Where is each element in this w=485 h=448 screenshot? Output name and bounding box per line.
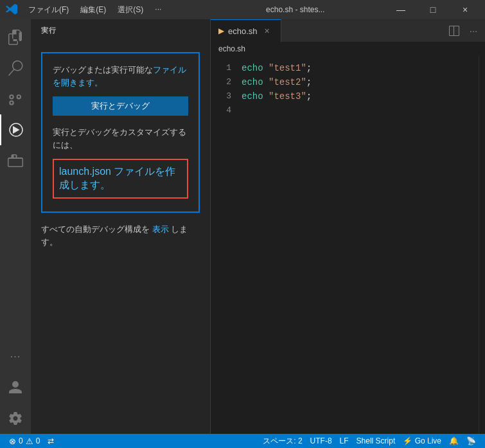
error-count: 0: [19, 436, 23, 445]
code-line-1: echo "test1";: [236, 61, 479, 75]
language-label: Shell Script: [357, 436, 396, 445]
status-encoding[interactable]: UTF-8: [306, 434, 336, 448]
maximize-button[interactable]: □: [418, 0, 448, 19]
auto-debug-desc: すべての自動デバッグ構成を 表示 します。: [41, 223, 200, 248]
launch-json-link[interactable]: launch.json ファイルを作成します。: [59, 166, 175, 190]
code-content[interactable]: echo "test1"; echo "test2"; echo "test3"…: [236, 56, 479, 434]
activity-bar: ···: [0, 19, 31, 434]
window-title: echo.sh - shtes...: [205, 5, 387, 14]
activity-run[interactable]: [0, 114, 31, 145]
show-link[interactable]: 表示: [152, 224, 169, 234]
tab-close-button[interactable]: ×: [261, 25, 273, 37]
run-panel-desc2: 実行とデバッグをカスタマイズするには、: [53, 126, 188, 151]
status-eol[interactable]: LF: [336, 434, 353, 448]
launch-json-box: launch.json ファイルを作成します。: [53, 159, 188, 199]
minimize-button[interactable]: —: [386, 0, 416, 19]
activity-more[interactable]: ···: [0, 341, 31, 372]
status-notifications[interactable]: 🔔: [445, 434, 463, 448]
status-language[interactable]: Shell Script: [353, 434, 400, 448]
activity-account[interactable]: [0, 372, 31, 403]
menu-file[interactable]: ファイル(F): [23, 3, 74, 17]
breadcrumb: echo.sh: [211, 42, 485, 56]
activity-search[interactable]: [0, 53, 31, 84]
sidebar-header: 実行: [31, 19, 210, 42]
tab-bar: ▶ echo.sh × ···: [211, 19, 485, 42]
run-debug-button[interactable]: 実行とデバッグ: [53, 96, 188, 116]
run-panel-desc1: デバッグまたは実行可能なファイルを開きます。: [53, 64, 188, 89]
menu-selection[interactable]: 選択(S): [112, 3, 148, 17]
sidebar-content: デバッグまたは実行可能なファイルを開きます。 実行とデバッグ 実行とデバッグをカ…: [31, 42, 210, 434]
sync-icon: ⇄: [48, 436, 54, 445]
broadcast-icon: 📡: [466, 436, 476, 445]
close-button[interactable]: ×: [450, 0, 480, 19]
tab-label: echo.sh: [228, 26, 258, 36]
status-bar: ⊗ 0 ⚠ 0 ⇄ スペース: 2 UTF-8 LF Shell Script …: [0, 434, 485, 448]
vscode-logo: [5, 3, 18, 16]
eol-label: LF: [340, 436, 349, 445]
minimap: [479, 56, 485, 434]
code-editor[interactable]: 1 2 3 4 echo "test1"; echo "test2"; echo…: [211, 56, 485, 434]
title-bar-menu: ファイル(F) 編集(E) 選択(S) ···: [23, 3, 205, 17]
tab-bar-actions: ···: [445, 19, 485, 42]
status-spaces[interactable]: スペース: 2: [259, 434, 306, 448]
code-line-4: [236, 103, 479, 118]
breadcrumb-file: echo.sh: [218, 44, 245, 53]
menu-edit[interactable]: 編集(E): [75, 3, 111, 17]
encoding-label: UTF-8: [310, 436, 332, 445]
status-broadcast[interactable]: 📡: [463, 434, 480, 448]
main-container: ··· 実行 デバッグまたは実行可能なファイルを開きます。 実行とデバッグ 実行…: [0, 19, 485, 434]
status-errors[interactable]: ⊗ 0 ⚠ 0: [5, 434, 44, 448]
notifications-icon: 🔔: [449, 436, 459, 445]
menu-more[interactable]: ···: [150, 3, 166, 17]
activity-source-control[interactable]: [0, 84, 31, 114]
tab-file-icon: ▶: [218, 26, 224, 35]
code-line-3: echo "test3";: [236, 89, 479, 103]
spaces-label: スペース: 2: [263, 436, 302, 447]
warning-count: 0: [36, 436, 40, 445]
line-numbers: 1 2 3 4: [211, 56, 236, 434]
split-editor-button[interactable]: [445, 22, 463, 40]
go-live-label: ⚡ Go Live: [403, 436, 441, 445]
activity-files[interactable]: [0, 22, 31, 53]
activity-extensions[interactable]: [0, 145, 31, 176]
code-line-2: echo "test2";: [236, 75, 479, 89]
tab-echo-sh[interactable]: ▶ echo.sh ×: [211, 19, 281, 42]
title-bar: ファイル(F) 編集(E) 選択(S) ··· echo.sh - shtes.…: [0, 0, 485, 19]
run-panel: デバッグまたは実行可能なファイルを開きます。 実行とデバッグ 実行とデバッグをカ…: [41, 52, 200, 213]
editor-area: ▶ echo.sh × ··· echo.sh 1 2 3 4: [211, 19, 485, 434]
sidebar: 実行 デバッグまたは実行可能なファイルを開きます。 実行とデバッグ 実行とデバッ…: [31, 19, 211, 434]
activity-settings[interactable]: [0, 403, 31, 434]
status-go-live[interactable]: ⚡ Go Live: [399, 434, 445, 448]
more-actions-button[interactable]: ···: [464, 22, 482, 40]
window-controls: — □ ×: [386, 0, 480, 19]
error-icon: ⊗: [9, 436, 16, 446]
status-sync[interactable]: ⇄: [44, 434, 58, 448]
warning-icon: ⚠: [26, 436, 33, 446]
